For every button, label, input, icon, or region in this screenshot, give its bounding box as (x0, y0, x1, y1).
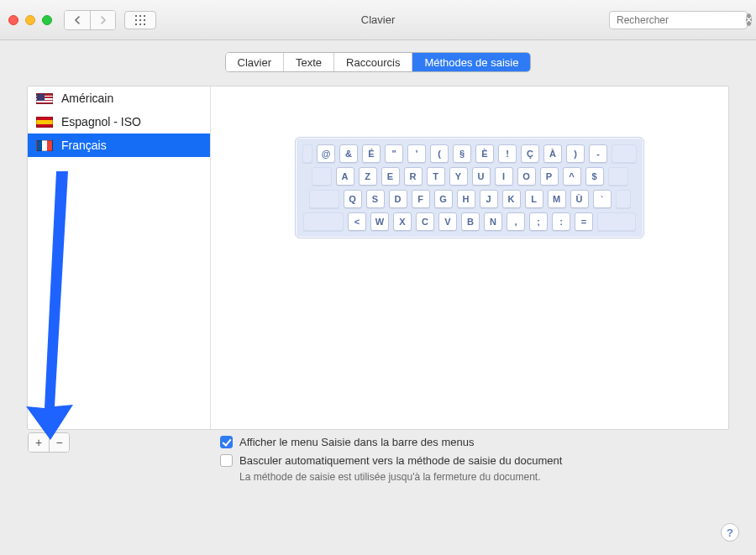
source-item-label: Français (61, 139, 107, 152)
input-sources-list[interactable]: AméricainEspagnol - ISOFrançais (28, 86, 210, 429)
show-all-button[interactable] (124, 11, 156, 29)
close-window-button[interactable] (8, 15, 18, 25)
key: Ç (521, 144, 539, 163)
key: U (472, 167, 491, 186)
svg-rect-8 (144, 24, 145, 25)
key: S (366, 190, 385, 208)
nav-forward-button[interactable] (90, 11, 115, 29)
chevron-right-icon (100, 16, 107, 24)
preferences-window: Clavier ClavierTexteRaccourcisMéthodes d… (0, 0, 756, 555)
key: P (540, 167, 559, 186)
key: @ (317, 144, 335, 163)
key: , (507, 212, 525, 231)
flag-icon (36, 117, 53, 128)
key: Q (344, 190, 362, 208)
key: M (548, 190, 566, 208)
minimize-window-button[interactable] (25, 15, 35, 25)
key: L (525, 190, 543, 208)
auto-switch-hint: La méthode de saisie est utilisée jusqu'… (239, 471, 729, 483)
key: ( (430, 144, 449, 163)
key-blank (303, 212, 344, 231)
source-item-fr[interactable]: Français (28, 134, 210, 157)
key-blank (309, 190, 339, 208)
key: J (480, 190, 498, 208)
key: A (336, 167, 354, 186)
svg-rect-1 (139, 15, 141, 17)
svg-rect-6 (135, 24, 137, 25)
flag-icon (36, 93, 53, 104)
key: Y (449, 167, 468, 186)
nav-back-button[interactable] (65, 11, 90, 29)
input-sources-sidebar: AméricainEspagnol - ISOFrançais (28, 86, 211, 429)
source-item-us[interactable]: Américain (28, 86, 210, 110)
keyboard-layout: @&É"'(§È!ÇÀ)-AZERTYUIOP^$QSDFGHJKLMÙ`<WX… (295, 137, 644, 238)
chevron-left-icon (74, 16, 81, 24)
key: ! (498, 144, 517, 163)
key-blank (616, 190, 631, 208)
key: È (475, 144, 494, 163)
add-remove-segment: + − (28, 432, 70, 453)
show-input-menu-row: Afficher le menu Saisie dans la barre de… (220, 432, 729, 451)
key: " (385, 144, 403, 163)
auto-switch-label: Basculer automatiquement vers la méthode… (239, 454, 562, 467)
window-controls (8, 15, 52, 25)
svg-rect-7 (139, 24, 141, 25)
svg-rect-4 (139, 19, 141, 21)
search-input[interactable] (617, 14, 743, 26)
key: X (393, 212, 412, 231)
keyboard-preview: @&É"'(§È!ÇÀ)-AZERTYUIOP^$QSDFGHJKLMÙ`<WX… (211, 86, 728, 429)
source-item-label: Américain (61, 92, 113, 105)
key: = (575, 212, 593, 231)
key: K (502, 190, 521, 208)
titlebar: Clavier (0, 0, 756, 40)
remove-source-button[interactable]: − (49, 433, 69, 452)
tab-texte[interactable]: Texte (283, 53, 333, 71)
key-blank (302, 144, 312, 163)
key: I (495, 167, 513, 186)
key: D (389, 190, 407, 208)
key-blank (312, 167, 332, 186)
zoom-window-button[interactable] (42, 15, 52, 25)
key: H (457, 190, 475, 208)
source-item-es[interactable]: Espagnol - ISO (28, 110, 210, 134)
help-button[interactable]: ? (721, 523, 739, 542)
svg-rect-0 (135, 15, 137, 17)
clear-search-button[interactable] (746, 13, 752, 26)
svg-rect-2 (144, 15, 145, 17)
key: Ù (570, 190, 589, 208)
key: B (461, 212, 480, 231)
key-blank (612, 144, 637, 163)
key: R (404, 167, 423, 186)
auto-switch-checkbox[interactable] (220, 454, 233, 467)
key: ; (529, 212, 548, 231)
tab-clavier[interactable]: Clavier (226, 53, 283, 71)
key: < (348, 212, 366, 231)
keyboard-row: AZERTYUIOP^$ (302, 167, 637, 186)
key-blank (608, 167, 628, 186)
svg-rect-5 (144, 19, 145, 21)
key: & (339, 144, 358, 163)
key: - (589, 144, 607, 163)
tab-raccourcis[interactable]: Raccourcis (333, 53, 412, 71)
options-panel: Afficher le menu Saisie dans la barre de… (220, 432, 729, 483)
key: À (543, 144, 562, 163)
close-icon (746, 17, 752, 23)
key: O (517, 167, 536, 186)
key: G (434, 190, 453, 208)
key: : (552, 212, 570, 231)
key: ) (566, 144, 585, 163)
key: T (427, 167, 445, 186)
show-input-menu-checkbox[interactable] (220, 436, 233, 448)
tabs-segment: ClavierTexteRaccourcisMéthodes de saisie (225, 52, 532, 72)
key-blank (597, 212, 636, 231)
search-field[interactable] (609, 11, 748, 29)
source-item-label: Espagnol - ISO (61, 115, 141, 128)
key: ` (593, 190, 612, 208)
keyboard-row: @&É"'(§È!ÇÀ)- (302, 144, 637, 163)
key: E (381, 167, 400, 186)
flag-icon (36, 140, 53, 151)
tab-m-thodes-de-saisie[interactable]: Méthodes de saisie (412, 53, 530, 71)
show-input-menu-label: Afficher le menu Saisie dans la barre de… (239, 436, 474, 448)
add-source-button[interactable]: + (29, 433, 49, 452)
grid-icon (134, 14, 146, 26)
